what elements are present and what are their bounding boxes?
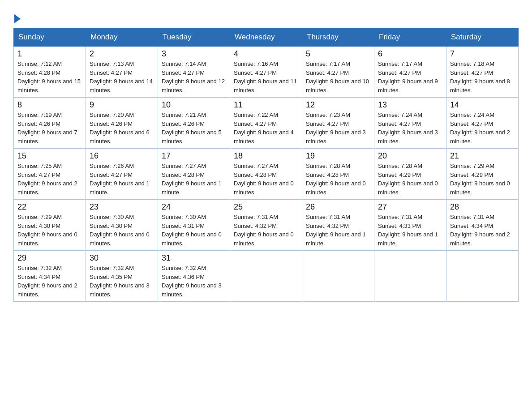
day-info: Sunrise: 7:31 AMSunset: 4:33 PMDaylight:…: [378, 213, 442, 248]
calendar-week-row: 1Sunrise: 7:12 AMSunset: 4:28 PMDaylight…: [14, 47, 519, 98]
day-number: 27: [378, 202, 442, 212]
day-number: 29: [17, 253, 82, 263]
calendar-cell: 21Sunrise: 7:29 AMSunset: 4:29 PMDayligh…: [446, 149, 519, 200]
day-number: 23: [90, 202, 154, 212]
day-info: Sunrise: 7:26 AMSunset: 4:27 PMDaylight:…: [90, 162, 154, 197]
day-header-saturday: Saturday: [446, 28, 519, 47]
day-number: 1: [17, 49, 82, 59]
calendar-cell: 11Sunrise: 7:22 AMSunset: 4:27 PMDayligh…: [230, 98, 302, 149]
day-number: 14: [450, 100, 515, 110]
day-number: 2: [90, 49, 154, 59]
day-number: 25: [234, 202, 298, 212]
calendar-cell: 15Sunrise: 7:25 AMSunset: 4:27 PMDayligh…: [14, 149, 86, 200]
calendar-cell: [302, 251, 374, 302]
day-info: Sunrise: 7:28 AMSunset: 4:29 PMDaylight:…: [378, 162, 442, 197]
page-header: [13, 9, 519, 23]
day-info: Sunrise: 7:29 AMSunset: 4:29 PMDaylight:…: [450, 162, 515, 197]
calendar-cell: 2Sunrise: 7:13 AMSunset: 4:27 PMDaylight…: [86, 47, 158, 98]
calendar-cell: 5Sunrise: 7:17 AMSunset: 4:27 PMDaylight…: [302, 47, 374, 98]
calendar-cell: 7Sunrise: 7:18 AMSunset: 4:27 PMDaylight…: [446, 47, 519, 98]
day-number: 19: [306, 151, 370, 161]
calendar-cell: 8Sunrise: 7:19 AMSunset: 4:26 PMDaylight…: [14, 98, 86, 149]
day-info: Sunrise: 7:23 AMSunset: 4:27 PMDaylight:…: [306, 111, 370, 146]
calendar-cell: 16Sunrise: 7:26 AMSunset: 4:27 PMDayligh…: [86, 149, 158, 200]
calendar-cell: 25Sunrise: 7:31 AMSunset: 4:32 PMDayligh…: [230, 200, 302, 251]
day-number: 28: [450, 202, 515, 212]
day-number: 31: [162, 253, 226, 263]
day-info: Sunrise: 7:32 AMSunset: 4:36 PMDaylight:…: [162, 264, 226, 299]
calendar-cell: 31Sunrise: 7:32 AMSunset: 4:36 PMDayligh…: [158, 251, 230, 302]
day-info: Sunrise: 7:21 AMSunset: 4:26 PMDaylight:…: [162, 111, 226, 146]
day-info: Sunrise: 7:31 AMSunset: 4:32 PMDaylight:…: [306, 213, 370, 248]
logo: [13, 13, 21, 23]
calendar-cell: 28Sunrise: 7:31 AMSunset: 4:34 PMDayligh…: [446, 200, 519, 251]
calendar-cell: 26Sunrise: 7:31 AMSunset: 4:32 PMDayligh…: [302, 200, 374, 251]
day-info: Sunrise: 7:28 AMSunset: 4:28 PMDaylight:…: [306, 162, 370, 197]
day-info: Sunrise: 7:22 AMSunset: 4:27 PMDaylight:…: [234, 111, 298, 146]
day-header-wednesday: Wednesday: [230, 28, 302, 47]
calendar-cell: 9Sunrise: 7:20 AMSunset: 4:26 PMDaylight…: [86, 98, 158, 149]
calendar-cell: [446, 251, 519, 302]
day-info: Sunrise: 7:18 AMSunset: 4:27 PMDaylight:…: [450, 60, 515, 94]
day-info: Sunrise: 7:20 AMSunset: 4:26 PMDaylight:…: [90, 111, 154, 146]
calendar-cell: 1Sunrise: 7:12 AMSunset: 4:28 PMDaylight…: [14, 47, 86, 98]
day-number: 6: [378, 49, 442, 59]
day-number: 15: [17, 151, 82, 161]
day-info: Sunrise: 7:25 AMSunset: 4:27 PMDaylight:…: [17, 162, 82, 197]
day-header-tuesday: Tuesday: [158, 28, 230, 47]
day-info: Sunrise: 7:17 AMSunset: 4:27 PMDaylight:…: [378, 60, 442, 94]
day-info: Sunrise: 7:27 AMSunset: 4:28 PMDaylight:…: [234, 162, 298, 197]
day-info: Sunrise: 7:31 AMSunset: 4:34 PMDaylight:…: [450, 213, 515, 248]
calendar-cell: 27Sunrise: 7:31 AMSunset: 4:33 PMDayligh…: [374, 200, 446, 251]
calendar-cell: [374, 251, 446, 302]
day-number: 11: [234, 100, 298, 110]
calendar-cell: 4Sunrise: 7:16 AMSunset: 4:27 PMDaylight…: [230, 47, 302, 98]
calendar-cell: 6Sunrise: 7:17 AMSunset: 4:27 PMDaylight…: [374, 47, 446, 98]
calendar-week-row: 8Sunrise: 7:19 AMSunset: 4:26 PMDaylight…: [14, 98, 519, 149]
calendar-cell: 24Sunrise: 7:30 AMSunset: 4:31 PMDayligh…: [158, 200, 230, 251]
logo-arrow-icon: [14, 14, 21, 23]
calendar-cell: 3Sunrise: 7:14 AMSunset: 4:27 PMDaylight…: [158, 47, 230, 98]
day-info: Sunrise: 7:29 AMSunset: 4:30 PMDaylight:…: [17, 213, 82, 248]
day-number: 8: [17, 100, 82, 110]
day-number: 21: [450, 151, 515, 161]
day-info: Sunrise: 7:27 AMSunset: 4:28 PMDaylight:…: [162, 162, 226, 197]
day-number: 18: [234, 151, 298, 161]
day-info: Sunrise: 7:30 AMSunset: 4:30 PMDaylight:…: [90, 213, 154, 248]
calendar-cell: 14Sunrise: 7:24 AMSunset: 4:27 PMDayligh…: [446, 98, 519, 149]
day-info: Sunrise: 7:24 AMSunset: 4:27 PMDaylight:…: [450, 111, 515, 146]
calendar-cell: 30Sunrise: 7:32 AMSunset: 4:35 PMDayligh…: [86, 251, 158, 302]
day-number: 12: [306, 100, 370, 110]
day-number: 22: [17, 202, 82, 212]
day-number: 13: [378, 100, 442, 110]
calendar-cell: 19Sunrise: 7:28 AMSunset: 4:28 PMDayligh…: [302, 149, 374, 200]
calendar-cell: 10Sunrise: 7:21 AMSunset: 4:26 PMDayligh…: [158, 98, 230, 149]
day-header-thursday: Thursday: [302, 28, 374, 47]
day-number: 16: [90, 151, 154, 161]
calendar-cell: 20Sunrise: 7:28 AMSunset: 4:29 PMDayligh…: [374, 149, 446, 200]
day-info: Sunrise: 7:19 AMSunset: 4:26 PMDaylight:…: [17, 111, 82, 146]
day-header-sunday: Sunday: [14, 28, 86, 47]
day-info: Sunrise: 7:12 AMSunset: 4:28 PMDaylight:…: [17, 60, 82, 94]
day-number: 20: [378, 151, 442, 161]
calendar-cell: 29Sunrise: 7:32 AMSunset: 4:34 PMDayligh…: [14, 251, 86, 302]
calendar-table: SundayMondayTuesdayWednesdayThursdayFrid…: [13, 28, 519, 302]
calendar-cell: 17Sunrise: 7:27 AMSunset: 4:28 PMDayligh…: [158, 149, 230, 200]
day-info: Sunrise: 7:16 AMSunset: 4:27 PMDaylight:…: [234, 60, 298, 94]
day-info: Sunrise: 7:32 AMSunset: 4:34 PMDaylight:…: [17, 264, 82, 299]
day-number: 17: [162, 151, 226, 161]
day-number: 24: [162, 202, 226, 212]
day-number: 10: [162, 100, 226, 110]
day-info: Sunrise: 7:30 AMSunset: 4:31 PMDaylight:…: [162, 213, 226, 248]
calendar-week-row: 29Sunrise: 7:32 AMSunset: 4:34 PMDayligh…: [14, 251, 519, 302]
day-info: Sunrise: 7:31 AMSunset: 4:32 PMDaylight:…: [234, 213, 298, 248]
day-info: Sunrise: 7:32 AMSunset: 4:35 PMDaylight:…: [90, 264, 154, 299]
day-number: 26: [306, 202, 370, 212]
calendar-cell: 23Sunrise: 7:30 AMSunset: 4:30 PMDayligh…: [86, 200, 158, 251]
day-info: Sunrise: 7:24 AMSunset: 4:27 PMDaylight:…: [378, 111, 442, 146]
day-number: 30: [90, 253, 154, 263]
day-number: 5: [306, 49, 370, 59]
calendar-cell: [230, 251, 302, 302]
calendar-week-row: 22Sunrise: 7:29 AMSunset: 4:30 PMDayligh…: [14, 200, 519, 251]
calendar-week-row: 15Sunrise: 7:25 AMSunset: 4:27 PMDayligh…: [14, 149, 519, 200]
